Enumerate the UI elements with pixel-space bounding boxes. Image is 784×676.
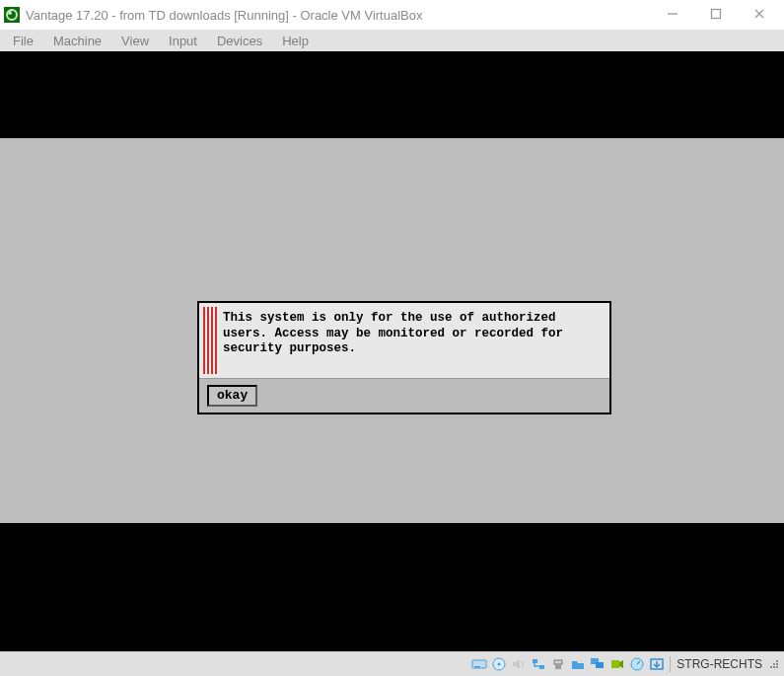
window-titlebar: Vantage 17.20 - from TD downloads [Runni…	[0, 0, 784, 30]
menu-devices[interactable]: Devices	[208, 32, 271, 50]
mouse-integration-icon[interactable]	[648, 656, 666, 672]
harddisk-icon[interactable]	[470, 656, 488, 672]
display-icon[interactable]	[589, 656, 606, 672]
shared-folder-icon[interactable]	[569, 656, 587, 672]
resize-grip[interactable]	[768, 658, 780, 670]
audio-icon[interactable]	[510, 656, 528, 672]
menu-file[interactable]: File	[4, 32, 42, 50]
svg-rect-17	[611, 660, 619, 668]
status-icons	[470, 656, 666, 672]
letterbox-top	[0, 51, 784, 138]
window-controls	[666, 8, 780, 23]
svg-point-2	[8, 11, 12, 15]
recording-icon[interactable]	[608, 656, 626, 672]
letterbox-bottom	[0, 523, 784, 651]
menu-view[interactable]: View	[112, 32, 158, 50]
menu-input[interactable]: Input	[160, 32, 206, 50]
svg-rect-4	[712, 9, 721, 18]
maximize-button[interactable]	[709, 8, 723, 23]
menu-bar: File Machine View Input Devices Help	[0, 30, 784, 51]
cpu-icon[interactable]	[628, 656, 646, 672]
dialog-body: This system is only for the use of autho…	[199, 303, 609, 378]
svg-rect-14	[555, 664, 561, 669]
dialog-message: This system is only for the use of autho…	[223, 307, 606, 374]
network-icon[interactable]	[530, 656, 547, 672]
statusbar-separator	[670, 656, 671, 672]
optical-disc-icon[interactable]	[490, 656, 508, 672]
svg-rect-11	[533, 659, 537, 663]
warning-stripe-icon	[203, 307, 217, 374]
minimize-button[interactable]	[666, 8, 679, 23]
svg-point-10	[498, 663, 501, 666]
status-bar: STRG-RECHTS	[0, 651, 784, 676]
svg-rect-13	[554, 660, 562, 664]
host-key-indicator[interactable]: STRG-RECHTS	[675, 657, 762, 671]
window-title: Vantage 17.20 - from TD downloads [Runni…	[26, 8, 666, 23]
svg-rect-16	[596, 662, 604, 668]
svg-rect-8	[474, 666, 480, 668]
close-button[interactable]	[752, 8, 766, 23]
menu-help[interactable]: Help	[273, 32, 318, 50]
menu-machine[interactable]: Machine	[44, 32, 110, 50]
usb-icon[interactable]	[549, 656, 567, 672]
ok-button[interactable]: okay	[207, 385, 257, 407]
app-icon	[4, 7, 20, 23]
login-banner-dialog: This system is only for the use of autho…	[197, 301, 611, 414]
dialog-footer: okay	[199, 378, 609, 413]
